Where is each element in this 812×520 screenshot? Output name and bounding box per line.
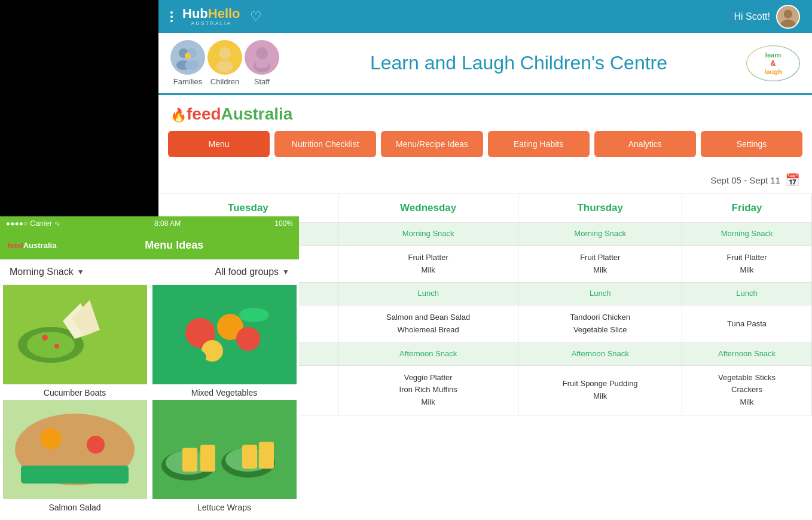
lunch-label-fri: Lunch bbox=[682, 283, 812, 305]
phone-nav-bar: feedAustralia Menu Ideas bbox=[0, 231, 299, 259]
tab-eating[interactable]: Eating Habits bbox=[488, 131, 590, 157]
phone-nav-title: Menu Ideas bbox=[56, 239, 292, 252]
svg-point-29 bbox=[784, 10, 792, 18]
food-item-salmon[interactable]: Salmon Salad bbox=[0, 400, 149, 515]
svg-rect-26 bbox=[242, 445, 257, 469]
svg-point-10 bbox=[236, 327, 260, 351]
ms-label-fri: Morning Snack bbox=[682, 223, 812, 246]
food-group-filter[interactable]: All food groups ▼ bbox=[215, 267, 289, 277]
tab-settings[interactable]: Settings bbox=[701, 131, 802, 157]
food-item-lettuce[interactable]: Lettuce Wraps bbox=[149, 400, 299, 515]
children-nav[interactable]: Children bbox=[207, 40, 242, 86]
svg-rect-23 bbox=[200, 445, 215, 472]
app-sub: AUSTRALIA bbox=[191, 20, 231, 26]
staff-nav[interactable]: Staff bbox=[245, 40, 279, 86]
svg-point-2 bbox=[27, 332, 75, 358]
children-label: Children bbox=[210, 77, 239, 86]
as-label-wed: Afternoon Snack bbox=[338, 342, 518, 365]
app-name: HubHello bbox=[182, 7, 240, 20]
date-range-text: Sept 05 - Sept 11 bbox=[710, 175, 780, 185]
top-bar-left: HubHello AUSTRALIA ♡ bbox=[170, 7, 262, 26]
mixed-image bbox=[152, 285, 297, 384]
families-nav[interactable]: Families bbox=[170, 40, 205, 86]
ms-items-wed: Fruit PlatterMilk bbox=[338, 245, 518, 283]
staff-avatar bbox=[245, 40, 279, 75]
food-grid: Cucumber Boats Mixed Vegetables bbox=[0, 285, 299, 515]
tab-nutrition[interactable]: Nutrition Checklist bbox=[274, 131, 376, 157]
filter2-arrow: ▼ bbox=[282, 268, 289, 276]
svg-rect-18 bbox=[21, 466, 129, 484]
hub-hello-logo: HubHello AUSTRALIA bbox=[182, 7, 240, 26]
phone-status-bar: ●●●●○ Carrier ∿ 8:08 AM 100% bbox=[0, 216, 299, 231]
food-item-mixed[interactable]: Mixed Vegetables bbox=[149, 285, 299, 400]
as-label-thu: Afternoon Snack bbox=[518, 342, 682, 365]
svg-rect-19 bbox=[152, 400, 297, 499]
tab-analytics[interactable]: Analytics bbox=[594, 131, 696, 157]
food-group-label: All food groups bbox=[215, 267, 279, 277]
svg-point-37 bbox=[216, 60, 233, 72]
ms-label-wed: Morning Snack bbox=[338, 223, 518, 246]
svg-rect-22 bbox=[182, 448, 197, 472]
dot3 bbox=[170, 20, 173, 22]
children-avatar bbox=[207, 40, 242, 75]
families-label: Families bbox=[173, 77, 202, 86]
date-range: Sept 05 - Sept 11 📅 bbox=[158, 167, 812, 194]
flame-icon: 🔥 bbox=[170, 108, 187, 123]
header-friday: Friday bbox=[682, 194, 812, 223]
svg-text:&: & bbox=[770, 59, 776, 68]
feed-brand: 🔥 feedAustralia bbox=[158, 95, 812, 129]
centre-title: Learn and Laugh Children's Centre bbox=[291, 52, 746, 74]
mixed-label: Mixed Vegetables bbox=[191, 384, 258, 400]
as-items-wed: Veggie PlatterIron Rich MuffinsMilk bbox=[338, 365, 518, 415]
svg-rect-40 bbox=[256, 60, 268, 68]
user-greeting: Hi Scott! bbox=[734, 11, 770, 22]
status-left: ●●●●○ Carrier ∿ bbox=[6, 219, 60, 228]
signal-dots: ●●●●○ bbox=[6, 219, 28, 228]
ms-items-fri: Fruit PlatterMilk bbox=[682, 245, 812, 283]
svg-point-35 bbox=[185, 53, 191, 59]
menu-button[interactable] bbox=[170, 11, 173, 22]
cucumber-image bbox=[3, 285, 147, 384]
svg-point-13 bbox=[239, 308, 269, 322]
dot2 bbox=[170, 16, 173, 18]
food-item-cucumber[interactable]: Cucumber Boats bbox=[0, 285, 149, 400]
tab-recipe[interactable]: Menu/Recipe Ideas bbox=[381, 131, 483, 157]
favorites-icon[interactable]: ♡ bbox=[250, 9, 262, 25]
as-label-fri: Afternoon Snack bbox=[682, 342, 812, 365]
feed-logo: 🔥 feedAustralia bbox=[170, 105, 292, 124]
filter1-arrow: ▼ bbox=[77, 268, 84, 276]
feed-red: feed bbox=[187, 105, 221, 124]
svg-point-34 bbox=[185, 60, 199, 70]
dot1 bbox=[170, 11, 173, 14]
top-bar: HubHello AUSTRALIA ♡ Hi Scott! bbox=[158, 0, 812, 33]
nav-tabs: Menu Nutrition Checklist Menu/Recipe Ide… bbox=[158, 129, 812, 167]
user-avatar[interactable] bbox=[776, 5, 800, 29]
morning-snack-label: Morning Snack bbox=[10, 267, 74, 277]
lunch-label-wed: Lunch bbox=[338, 283, 518, 305]
as-items-fri: Vegetable SticksCrackersMilk bbox=[682, 365, 812, 415]
learn-laugh-logo: learn & laugh bbox=[746, 45, 800, 81]
phone-screen: ●●●●○ Carrier ∿ 8:08 AM 100% feedAustral… bbox=[0, 216, 299, 520]
lunch-items-thu: Tandoori ChickenVegetable Slice bbox=[518, 305, 682, 343]
lettuce-image bbox=[152, 400, 297, 499]
status-time: 8:08 AM bbox=[154, 219, 181, 228]
ms-label-thu: Morning Snack bbox=[518, 223, 682, 246]
feed-green: Australia bbox=[221, 105, 293, 124]
carrier-label: Carrier bbox=[30, 219, 52, 228]
lettuce-label: Lettuce Wraps bbox=[197, 499, 251, 515]
svg-text:laugh: laugh bbox=[764, 68, 782, 75]
calendar-icon[interactable]: 📅 bbox=[785, 173, 800, 187]
lunch-items-fri: Tuna Pasta bbox=[682, 305, 812, 343]
tab-menu[interactable]: Menu bbox=[168, 131, 270, 157]
phone-panel: ●●●●○ Carrier ∿ 8:08 AM 100% feedAustral… bbox=[0, 0, 158, 520]
svg-point-36 bbox=[219, 47, 231, 59]
as-items-thu: Fruit Sponge PuddingMilk bbox=[518, 365, 682, 415]
morning-snack-filter[interactable]: Morning Snack ▼ bbox=[10, 267, 84, 277]
staff-label: Staff bbox=[254, 77, 270, 86]
svg-point-17 bbox=[87, 436, 105, 454]
header-wednesday: Wednesday bbox=[338, 194, 518, 223]
header-thursday: Thursday bbox=[518, 194, 682, 223]
phone-filter-bar[interactable]: Morning Snack ▼ All food groups ▼ bbox=[0, 259, 299, 285]
salmon-label: Salmon Salad bbox=[48, 499, 100, 515]
lunch-label-thu: Lunch bbox=[518, 283, 682, 305]
